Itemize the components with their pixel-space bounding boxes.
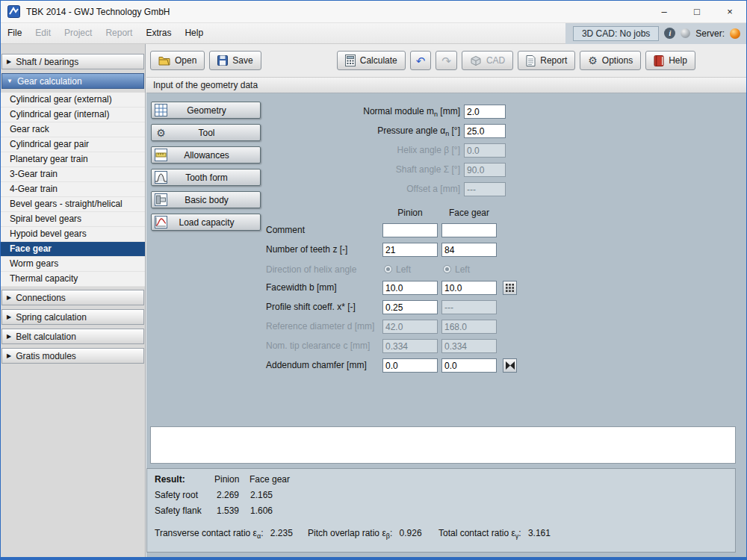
sidebar-section-label: Shaft / bearings: [16, 57, 78, 67]
sidebar-item-bevel-gears[interactable]: Bevel gears - straight/helical: [1, 197, 145, 212]
report-button[interactable]: Report: [518, 51, 575, 70]
safety-root-label: Safety root: [155, 490, 198, 500]
sidebar-section-belt-calculation[interactable]: ▶ Belt calculation: [1, 329, 144, 344]
nav-basic-body-button[interactable]: Basic body: [151, 191, 261, 208]
teeth-face-input[interactable]: [441, 243, 497, 257]
menu-project: Project: [58, 23, 99, 43]
chevron-right-icon: ▶: [7, 314, 11, 320]
menu-edit: Edit: [28, 23, 58, 43]
facewidth-calculator-button[interactable]: [503, 281, 517, 295]
sidebar-section-shaft-bearings[interactable]: ▶ Shaft / bearings: [1, 54, 144, 69]
helix-angle-label: Helix angle β [°]: [281, 143, 460, 158]
sidebar-item-cylindrical-gear-pair[interactable]: Cylindrical gear pair: [1, 137, 145, 152]
menu-file[interactable]: File: [1, 23, 28, 43]
basic-body-icon: [155, 193, 167, 206]
safety-flank-face-value: 1.606: [250, 505, 273, 516]
info-icon[interactable]: i: [664, 28, 675, 39]
sidebar-section-connections[interactable]: ▶ Connections: [1, 290, 144, 305]
normal-module-input[interactable]: [464, 105, 506, 119]
result-col-face-gear: Face gear: [249, 474, 290, 485]
undo-icon: ↶: [416, 55, 426, 66]
content-area: Open Save Calcula: [146, 44, 746, 557]
menu-status-area: 3D CAD: No jobs i Server:: [565, 23, 746, 44]
comment-face-input[interactable]: [441, 223, 497, 237]
chevron-right-icon: ▶: [7, 353, 11, 359]
undo-button[interactable]: ↶: [410, 51, 432, 70]
sidebar-section-label: Spring calculation: [16, 312, 87, 323]
calculator-grid-icon: [506, 284, 514, 292]
save-button[interactable]: Save: [209, 51, 261, 70]
transverse-contact-ratio-value: 2.235: [270, 528, 293, 538]
nav-tooth-form-button[interactable]: Tooth form: [151, 169, 261, 186]
reference-diameter-pinion-input: [382, 320, 438, 334]
pitch-overlap-ratio: Pitch overlap ratio εβ: 0.926: [308, 528, 422, 540]
addendum-chamfer-pinion-input[interactable]: [382, 358, 438, 373]
facewidth-pinion-input[interactable]: [382, 281, 438, 295]
sidebar-gear-items: Cylindrical gear (external) Cylindrical …: [1, 93, 145, 287]
transverse-contact-ratio: Transverse contact ratio εα: 2.235: [155, 528, 293, 540]
sidebar: ▶ Shaft / bearings ▼ Gear calculation Cy…: [1, 44, 146, 557]
sidebar-item-worm-gears[interactable]: Worm gears: [1, 257, 145, 272]
sidebar-item-thermal-capacity[interactable]: Thermal capacity: [1, 272, 145, 287]
open-button[interactable]: Open: [150, 51, 205, 70]
sidebar-section-spring-calculation[interactable]: ▶ Spring calculation: [1, 309, 144, 325]
helix-direction-face-option: Left: [455, 264, 470, 276]
sidebar-item-spiral-bevel-gears[interactable]: Spiral bevel gears: [1, 212, 145, 227]
offset-label: Offset a [mm]: [281, 182, 460, 196]
menu-help[interactable]: Help: [178, 23, 210, 43]
sidebar-item-face-gear[interactable]: Face gear: [1, 242, 145, 257]
sidebar-item-gear-rack[interactable]: Gear rack: [1, 122, 145, 137]
menu-extras[interactable]: Extras: [139, 23, 178, 43]
nav-geometry-button[interactable]: Geometry: [151, 102, 261, 119]
geometry-grid-icon: [155, 104, 167, 116]
sidebar-section-gear-calculation[interactable]: ▼ Gear calculation: [1, 73, 144, 89]
menu-bar: File Edit Project Report Extras Help 3D …: [1, 23, 746, 44]
sidebar-section-gratis-modules[interactable]: ▶ Gratis modules: [1, 348, 144, 364]
save-disk-icon: [217, 55, 228, 66]
shaft-angle-input: [464, 163, 506, 177]
title-bar: TBK 2014 - GWJ Technology GmbH – □ ×: [1, 1, 746, 23]
sidebar-item-cylindrical-gear-internal[interactable]: Cylindrical gear (internal): [1, 108, 145, 122]
helix-direction-pinion-radio: [384, 265, 392, 273]
options-button[interactable]: ⚙ Options: [580, 51, 641, 70]
comment-pinion-input[interactable]: [382, 223, 438, 237]
help-book-icon: [654, 55, 664, 66]
cad-cube-icon: [470, 55, 482, 66]
chevron-right-icon: ▶: [7, 334, 11, 340]
sidebar-item-planetary-gear-train[interactable]: Planetary gear train: [1, 152, 145, 167]
pressure-angle-input[interactable]: [464, 124, 506, 138]
total-contact-ratio: Total contact ratio εγ: 3.161: [438, 528, 551, 540]
chevron-right-icon: ▶: [7, 295, 11, 301]
menu-report: Report: [99, 23, 139, 43]
redo-button: ↷: [436, 51, 457, 70]
teeth-pinion-input[interactable]: [382, 243, 438, 257]
nav-tool-button[interactable]: ⚙ Tool: [151, 124, 261, 141]
profile-shift-pinion-input[interactable]: [382, 300, 438, 314]
calculate-button[interactable]: Calculate: [337, 51, 406, 70]
reference-diameter-label: Reference diameter d [mm]: [266, 320, 374, 334]
close-button[interactable]: ×: [713, 1, 746, 23]
addendum-chamfer-face-input[interactable]: [441, 358, 497, 373]
safety-flank-label: Safety flank: [155, 505, 202, 516]
sidebar-item-3-gear-train[interactable]: 3-Gear train: [1, 167, 145, 182]
sidebar-section-label: Connections: [16, 293, 66, 303]
chevron-down-icon: ▼: [7, 78, 13, 84]
sidebar-item-cylindrical-gear-external[interactable]: Cylindrical gear (external): [1, 93, 145, 108]
calculator-icon: [345, 55, 356, 66]
addendum-chamfer-detail-button[interactable]: [503, 358, 517, 373]
facewidth-face-input[interactable]: [441, 281, 497, 295]
tip-clearance-face-input: [441, 339, 497, 353]
sidebar-item-4-gear-train[interactable]: 4-Gear train: [1, 182, 145, 197]
nav-allowances-button[interactable]: Allowances: [151, 146, 261, 164]
help-button[interactable]: Help: [645, 51, 695, 70]
sidebar-section-label: Belt calculation: [16, 332, 76, 342]
minimize-button[interactable]: –: [648, 1, 681, 23]
maximize-button[interactable]: □: [681, 1, 713, 23]
nav-load-capacity-button[interactable]: Load capacity: [151, 214, 261, 231]
sidebar-item-hypoid-bevel-gears[interactable]: Hypoid bevel gears: [1, 227, 145, 242]
app-icon: [7, 5, 20, 18]
safety-root-face-value: 2.165: [250, 490, 273, 500]
result-col-pinion: Pinion: [214, 474, 239, 485]
pitch-overlap-ratio-value: 0.926: [400, 528, 422, 538]
open-folder-icon: [158, 55, 170, 66]
